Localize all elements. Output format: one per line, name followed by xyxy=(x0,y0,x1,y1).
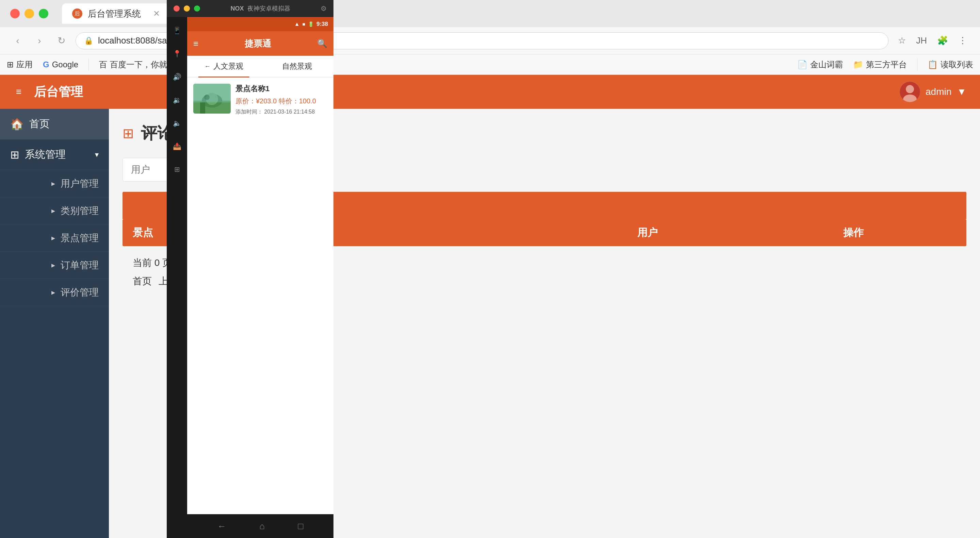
apps-icon: ⊞ xyxy=(7,60,14,69)
browser-content: ≡ 后台管理 🏠 首页 ⊞ 系统管理 ▾ ▸ 用户管理 xyxy=(0,75,980,538)
admin-logo-text: 后台管理 xyxy=(34,84,83,100)
sidebar-label-home: 首页 xyxy=(29,117,50,131)
bookmark-apps[interactable]: ⊞ 应用 xyxy=(7,59,33,70)
chevron-right-icon4: ▸ xyxy=(51,261,55,270)
sidebar-item-home[interactable]: 🏠 首页 xyxy=(0,109,109,140)
admin-avatar xyxy=(900,82,920,102)
svg-rect-9 xyxy=(193,84,231,102)
sidebar-label-attractions: 景点管理 xyxy=(60,232,99,244)
wifi-icon: ▲ xyxy=(294,21,300,27)
sidebar-item-categories[interactable]: ▸ 类别管理 xyxy=(0,197,109,224)
profile-icon[interactable]: JH xyxy=(913,33,930,49)
sidebar-item-users[interactable]: ▸ 用户管理 xyxy=(0,170,109,197)
attraction-info: 景点名称1 原价：¥203.0 特价：100.0 添加时间： 2021-03-1… xyxy=(235,84,327,116)
attraction-price: 原价：¥203.0 特价：100.0 xyxy=(235,97,327,106)
emulator-sidebar-icon-1[interactable]: 📱 xyxy=(170,24,184,37)
readlist-icon: 📋 xyxy=(928,60,938,69)
emulator-sidebar-icon-6[interactable]: 📤 xyxy=(170,140,184,153)
google-icon: G xyxy=(43,60,49,69)
emulator-sidebar-icon-2[interactable]: 📍 xyxy=(170,47,184,60)
android-emulator: NOX 夜神安卓模拟器 ⚙ 📱 📍 🔊 🔉 🔈 📤 ⊞ ▲ ■ 🔋 9:38 xyxy=(167,0,334,538)
page-title-icon: ⊞ xyxy=(123,125,134,141)
emulator-minimize-button[interactable] xyxy=(184,5,190,11)
emulator-title-text: 夜神安卓模拟器 xyxy=(247,5,290,13)
status-time: 9:38 xyxy=(317,21,328,27)
close-button[interactable] xyxy=(10,9,20,18)
maximize-button[interactable] xyxy=(39,9,48,18)
emulator-sidebar-icon-7[interactable]: ⊞ xyxy=(170,163,184,176)
original-price: 原价：¥203.0 xyxy=(235,97,277,105)
bookmark-star-icon[interactable]: ☆ xyxy=(895,33,908,49)
attraction-image xyxy=(193,84,231,114)
menu-icon[interactable]: ⋮ xyxy=(956,33,970,49)
svg-point-1 xyxy=(906,85,914,93)
emulator-topbar: NOX 夜神安卓模拟器 ⚙ xyxy=(167,0,334,17)
bookmark-label: 金山词霸 xyxy=(810,59,843,70)
sidebar-item-attractions[interactable]: ▸ 景点管理 xyxy=(0,224,109,252)
sidebar-item-reviews[interactable]: ▸ 评价管理 xyxy=(0,279,109,306)
emulator-sidebar: 📱 📍 🔊 🔉 🔈 📤 ⊞ xyxy=(167,17,187,538)
phone-app-header: ≡ 捷票通 🔍 xyxy=(187,31,334,56)
tab-back-icon: ← xyxy=(205,63,211,70)
browser-tab[interactable]: 后 后台管理系统 ✕ xyxy=(62,3,185,24)
sidebar-item-system[interactable]: ⊞ 系统管理 ▾ xyxy=(0,140,109,170)
sidebar-item-orders[interactable]: ▸ 订单管理 xyxy=(0,252,109,279)
forward-button[interactable]: › xyxy=(32,33,47,48)
browser-actions: ☆ JH 🧩 ⋮ xyxy=(895,33,970,49)
phone-app-title: 捷票通 xyxy=(203,38,312,50)
phone-bottombar: ← ⌂ □ xyxy=(187,514,334,538)
extensions-icon[interactable]: 🧩 xyxy=(934,33,951,49)
emulator-sidebar-icon-3[interactable]: 🔊 xyxy=(170,70,184,84)
add-time-label: 添加时间： xyxy=(235,109,263,114)
refresh-button[interactable]: ↻ xyxy=(54,33,69,48)
phone-menu-button[interactable]: ≡ xyxy=(193,38,198,49)
emulator-title-area: NOX 夜神安卓模拟器 xyxy=(231,5,290,13)
phone-recents-button[interactable]: □ xyxy=(298,521,304,532)
window-controls xyxy=(10,9,48,18)
col-user: 用户 xyxy=(544,226,750,240)
attraction-title: 景点名称1 xyxy=(235,84,327,94)
chevron-right-icon3: ▸ xyxy=(51,233,55,243)
bookmark-jinshan[interactable]: 📄 金山词霸 xyxy=(797,59,843,70)
tab-close-button[interactable]: ✕ xyxy=(153,9,160,18)
signal-icon: ■ xyxy=(302,21,305,27)
home-icon: 🏠 xyxy=(10,117,24,130)
emulator-sidebar-icon-4[interactable]: 🔉 xyxy=(170,93,184,107)
first-page-link[interactable]: 首页 xyxy=(133,275,152,288)
phone-content: 景点名称1 原价：¥203.0 特价：100.0 添加时间： 2021-03-1… xyxy=(187,78,334,514)
phone-search-button[interactable]: 🔍 xyxy=(317,39,327,48)
hamburger-icon: ≡ xyxy=(16,86,21,97)
emulator-window-controls xyxy=(173,5,200,11)
tab-nature-label: 自然景观 xyxy=(282,61,312,71)
emulator-sidebar-icon-5[interactable]: 🔈 xyxy=(170,116,184,130)
back-button[interactable]: ‹ xyxy=(10,33,25,48)
emulator-close-button[interactable] xyxy=(173,5,180,11)
phone-tab-humanities[interactable]: ← 人文景观 xyxy=(187,56,260,77)
phone-home-button[interactable]: ⌂ xyxy=(259,521,265,532)
attraction-card[interactable]: 景点名称1 原价：¥203.0 特价：100.0 添加时间： 2021-03-1… xyxy=(193,84,327,116)
sidebar-toggle-button[interactable]: ≡ xyxy=(10,83,27,100)
folder-icon4: 📁 xyxy=(853,60,863,69)
admin-username: admin xyxy=(926,86,951,97)
tab-favicon: 后 xyxy=(72,8,82,19)
minimize-button[interactable] xyxy=(24,9,34,18)
sidebar-label-categories: 类别管理 xyxy=(60,205,99,217)
emulator-app-name: NOX xyxy=(231,5,243,12)
phone-tab-nature[interactable]: 自然景观 xyxy=(260,56,334,77)
sidebar-label-system: 系统管理 xyxy=(25,148,66,162)
bookmark-label: 读取列表 xyxy=(940,59,973,70)
bookmark-google[interactable]: G Google xyxy=(43,60,78,69)
emulator-gear-icon[interactable]: ⚙ xyxy=(321,5,327,13)
add-time-value: 2021-03-16 21:14:58 xyxy=(264,109,315,114)
col-action: 操作 xyxy=(750,226,956,240)
tab-humanities-label: 人文景观 xyxy=(213,61,243,71)
system-icon: ⊞ xyxy=(10,148,19,161)
sidebar-label-reviews: 评价管理 xyxy=(60,286,99,299)
bookmark-thirdparty[interactable]: 📁 第三方平台 xyxy=(853,59,907,70)
admin-user-menu[interactable]: admin ▼ xyxy=(900,82,966,102)
emulator-maximize-button[interactable] xyxy=(194,5,200,11)
chevron-right-icon: ▸ xyxy=(51,179,55,188)
bookmark-readlist[interactable]: 📋 读取列表 xyxy=(928,59,973,70)
bookmark-label: 应用 xyxy=(16,59,33,70)
phone-back-button[interactable]: ← xyxy=(218,521,226,532)
